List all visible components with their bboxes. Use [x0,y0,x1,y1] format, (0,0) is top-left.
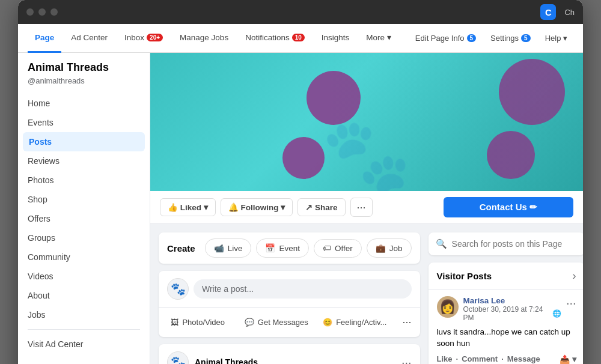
photo-icon: 🖼 [171,318,178,327]
write-post-bar: 🐾 Write a post... [159,271,420,308]
visitor-post-header: 👩 Marisa Lee October 30, 2019 at 7:24 PM… [437,296,576,322]
offer-icon: 🏷 [323,244,331,253]
sidebar-item-posts[interactable]: Posts [23,132,145,151]
contact-us-button[interactable]: Contact Us ✏ [444,197,573,217]
two-col-layout: Create 📹 Live 📅 Event 🏷 Of [150,224,583,364]
comment-action[interactable]: Comment [462,354,498,363]
content-area: 🐾 👍 Liked ▾ 🔔 Following ▾ ↗ Share ··· Co… [150,53,583,364]
top-nav-right: Edit Page Info 5 Settings 5 Help ▾ [409,29,573,48]
main-layout: Animal Threads @animalthreads Home Event… [18,53,583,364]
liked-button[interactable]: 👍 Liked ▾ [160,198,216,216]
browser-window: C Ch Page Ad Center Inbox 20+ Manage Job… [18,0,583,364]
top-nav-left: Page Ad Center Inbox 20+ Manage Jobs Not… [28,24,409,53]
event-button[interactable]: 📅 Event [256,238,309,258]
share-button[interactable]: ↗ Share [297,198,345,216]
sidebar-item-photos[interactable]: Photos [18,171,150,190]
browser-tab-label: Ch [564,8,575,17]
edit-page-badge: 5 [467,34,477,42]
feeling-icon: 😊 [323,318,332,327]
visit-ad-center-link[interactable]: Visit Ad Center [18,335,150,354]
browser-min-btn[interactable] [38,8,46,16]
post-page-name: Animal Threads [195,357,258,364]
inbox-badge: 20+ [147,34,163,41]
post-type-more-button[interactable]: ··· [394,311,420,333]
nav-item-settings[interactable]: Settings 5 [484,29,537,48]
post-reaction-icons: 📤 ▾ [560,354,576,364]
post-card: 🐾 Animal Threads ··· [159,344,420,364]
browser-favicon: C [540,4,556,20]
nav-item-help[interactable]: Help ▾ [539,29,573,48]
cover-photo: 🐾 [150,53,583,191]
settings-badge: 5 [521,34,531,42]
more-button[interactable]: ··· [350,198,373,217]
visitor-post-text: luvs it sandra...hope we can catch up so… [437,327,576,350]
sidebar-item-community[interactable]: Community [18,247,150,267]
notifications-badge: 10 [292,34,305,41]
page-handle: @animalthreads [18,76,150,94]
visitor-posts-card: Visitor Posts › 👩 Marisa Lee [429,262,583,364]
action-bar: 👍 Liked ▾ 🔔 Following ▾ ↗ Share ··· Cont… [150,191,583,224]
nav-item-more[interactable]: More ▾ [359,24,398,53]
sidebar-item-shop[interactable]: Shop [18,190,150,209]
sidebar-item-about[interactable]: About [18,286,150,305]
visitor-more-button[interactable]: ··· [566,296,576,310]
photo-video-button[interactable]: 🖼 Photo/Video [159,311,237,333]
page-avatar-small: 🐾 [167,278,189,300]
get-messages-button[interactable]: 💬 Get Messages [237,311,316,333]
post-type-buttons: 🖼 Photo/Video 💬 Get Messages 😊 Feeling/A… [159,308,420,337]
sidebar-item-events[interactable]: Events [18,113,150,132]
globe-icon: 🌐 [552,309,561,318]
search-box: 🔍 [429,232,583,255]
top-nav: Page Ad Center Inbox 20+ Manage Jobs Not… [18,24,583,53]
browser-close-btn[interactable] [26,8,34,16]
offer-button[interactable]: 🏷 Offer [314,239,362,258]
nav-item-notifications[interactable]: Notifications 10 [238,24,312,53]
live-button[interactable]: 📹 Live [205,238,252,258]
browser-bar: C Ch [18,0,583,24]
create-toolbar-card: Create 📹 Live 📅 Event 🏷 Of [159,232,420,264]
nav-item-edit-page[interactable]: Edit Page Info 5 [409,29,482,48]
share-icon[interactable]: 📤 [560,354,570,364]
following-button[interactable]: 🔔 Following ▾ [221,198,293,216]
sidebar-item-offers[interactable]: Offers [18,209,150,228]
nav-item-insights[interactable]: Insights [314,24,357,53]
sidebar-item-jobs[interactable]: Jobs [18,305,150,324]
search-input[interactable] [452,239,578,249]
sidebar: Animal Threads @animalthreads Home Event… [18,53,150,364]
visitor-posts-header: Visitor Posts › [429,262,583,290]
cover-illustration: 🐾 [150,119,583,191]
live-icon: 📹 [214,243,224,253]
job-icon: 💼 [376,243,386,253]
visitor-post-actions: Like · Comment · Message 📤 ▾ [437,354,576,364]
visitor-avatar: 👩 [437,296,459,318]
nav-item-ad-center[interactable]: Ad Center [64,24,115,53]
sidebar-divider [28,329,140,330]
messenger-icon: 💬 [245,318,254,327]
write-post-card: 🐾 Write a post... 🖼 Photo/Video 💬 Get Me… [159,271,420,337]
job-button[interactable]: 💼 Job [367,238,412,258]
visitor-posts-title: Visitor Posts [437,271,492,281]
like-action[interactable]: Like [437,354,453,363]
nav-item-page[interactable]: Page [28,24,61,53]
post-avatar: 🐾 [167,351,189,364]
post-more-button[interactable]: ··· [401,356,412,365]
sidebar-item-reviews[interactable]: Reviews [18,151,150,171]
feeling-button[interactable]: 😊 Feeling/Activ... [316,311,394,333]
nav-item-inbox[interactable]: Inbox 20+ [117,24,170,53]
message-action[interactable]: Message [507,354,540,363]
visitor-info: Marisa Lee October 30, 2019 at 7:24 PM 🌐 [463,296,561,322]
chevron-right-icon[interactable]: › [573,270,576,282]
post-card-header: 🐾 Animal Threads ··· [159,344,420,364]
browser-max-btn[interactable] [50,8,58,16]
sidebar-item-home[interactable]: Home [18,94,150,113]
write-post-input[interactable]: Write a post... [194,279,412,299]
visitor-name[interactable]: Marisa Lee [463,296,561,305]
search-icon: 🔍 [436,238,447,249]
sidebar-item-groups[interactable]: Groups [18,228,150,247]
action-buttons: 👍 Liked ▾ 🔔 Following ▾ ↗ Share ··· [160,198,373,217]
nav-item-manage-jobs[interactable]: Manage Jobs [172,24,236,53]
visitor-post-item: 👩 Marisa Lee October 30, 2019 at 7:24 PM… [429,290,583,364]
dropdown-icon[interactable]: ▾ [572,354,576,364]
sidebar-item-videos[interactable]: Videos [18,267,150,286]
event-icon: 📅 [265,243,275,253]
